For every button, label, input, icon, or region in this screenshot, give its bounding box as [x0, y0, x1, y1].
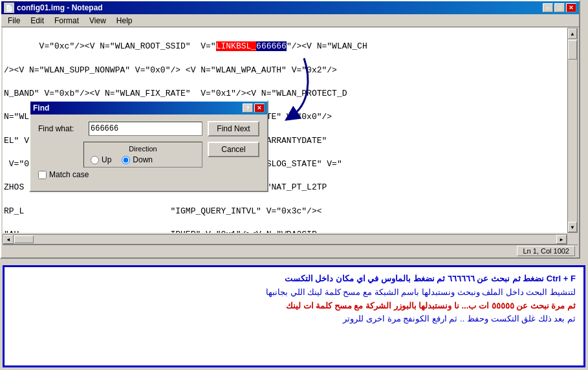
horizontal-scrollbar[interactable]: ◄ ►	[3, 234, 567, 245]
scroll-right-btn[interactable]: ►	[556, 235, 567, 244]
scroll-up-btn[interactable]: ▲	[568, 28, 577, 39]
highlight-linkbsl: LINKBSL_	[216, 41, 256, 51]
scroll-thumb-v[interactable]	[568, 40, 577, 60]
match-case-label: Match case	[49, 170, 89, 179]
scroll-down-btn[interactable]: ▼	[568, 222, 577, 232]
menu-format[interactable]: Format	[50, 15, 83, 27]
radio-down-input[interactable]	[122, 156, 130, 164]
match-case-row: Match case	[38, 170, 202, 179]
title-bar-left: 📄 config01.img - Notepad	[4, 3, 103, 13]
instruction-line2: لتنشيط البحث داخل الملف ونبحث ونستبدلها …	[12, 286, 576, 299]
inst-text4: ثم بعد ذلك غلق التكست وحفظ .. ثم ارفع ال…	[343, 314, 576, 323]
instruction-line3: ثم مرة نبحث عن ٥٥٥٥٥ ات ب... نا ونستبدله…	[12, 299, 576, 313]
radio-row: Up Down	[91, 155, 195, 164]
menu-file[interactable]: File	[4, 15, 24, 27]
inst-text2: لتنشيط البحث داخل الملف ونبحث ونستبدلها …	[266, 287, 576, 297]
radio-up-input[interactable]	[91, 156, 99, 164]
minimize-button[interactable]: −	[543, 3, 553, 12]
find-dialog-title: Find	[33, 103, 49, 113]
direction-label: Direction	[91, 145, 195, 153]
find-content: Find what: Find Next Direction Up Down	[30, 114, 267, 191]
cancel-button[interactable]: Cancel	[208, 142, 259, 157]
find-next-button[interactable]: Find Next	[208, 121, 259, 136]
menu-edit[interactable]: Edit	[27, 15, 48, 27]
title-bar: 📄 config01.img - Notepad − □ ✕	[1, 1, 579, 14]
find-what-input[interactable]	[89, 122, 202, 136]
radio-down-label: Down	[133, 155, 153, 164]
find-help-btn[interactable]: ?	[243, 103, 253, 113]
radio-down[interactable]: Down	[122, 155, 153, 164]
title-buttons: − □ ✕	[543, 3, 576, 12]
restore-button[interactable]: □	[554, 3, 565, 12]
menu-help[interactable]: Help	[113, 15, 136, 27]
menu-bar: File Edit Format View Help	[1, 14, 579, 27]
instruction-line4: ثم بعد ذلك غلق التكست وحفظ .. ثم ارفع ال…	[12, 312, 576, 326]
vertical-scrollbar[interactable]: ▲ ▼	[567, 28, 578, 233]
inst-text3: ثم مرة نبحث عن ٥٥٥٥٥ ات ب... نا ونستبدله…	[286, 301, 576, 310]
highlight-666666: 666666	[256, 41, 287, 51]
radio-up[interactable]: Up	[91, 155, 111, 164]
find-what-row: Find what: Find Next	[38, 121, 259, 136]
find-close-btn[interactable]: ✕	[254, 103, 265, 113]
status-bar: Ln 1, Col 1002	[3, 245, 578, 256]
instruction-line1: Ctrl + F نضغط ثم نبحث عن ٦٦٦٦٦٦ ثم نضغط …	[12, 272, 576, 286]
radio-up-label: Up	[102, 155, 111, 164]
button-area: Cancel	[208, 142, 259, 157]
app-icon: 📄	[4, 3, 14, 13]
scroll-left-btn[interactable]: ◄	[3, 235, 14, 244]
instruction-box: Ctrl + F نضغط ثم نبحث عن ٦٦٦٦٦٦ ثم نضغط …	[3, 265, 585, 367]
find-title-bar: Find ? ✕	[30, 102, 267, 114]
window-title: config01.img - Notepad	[17, 3, 103, 12]
inst-text1: Ctrl + F نضغط ثم نبحث عن ٦٦٦٦٦٦ ثم نضغط …	[285, 274, 576, 283]
direction-group: Direction Up Down	[83, 142, 202, 168]
find-dialog: Find ? ✕ Find what: Find Next Direction …	[29, 100, 268, 192]
scroll-track-h	[14, 235, 556, 244]
menu-view[interactable]: View	[85, 15, 110, 27]
cursor-position: Ln 1, Col 1002	[517, 246, 575, 256]
close-button[interactable]: ✕	[566, 3, 576, 12]
match-case-checkbox[interactable]	[38, 171, 47, 179]
find-what-label: Find what:	[38, 124, 83, 133]
scroll-thumb-h[interactable]	[14, 235, 34, 243]
